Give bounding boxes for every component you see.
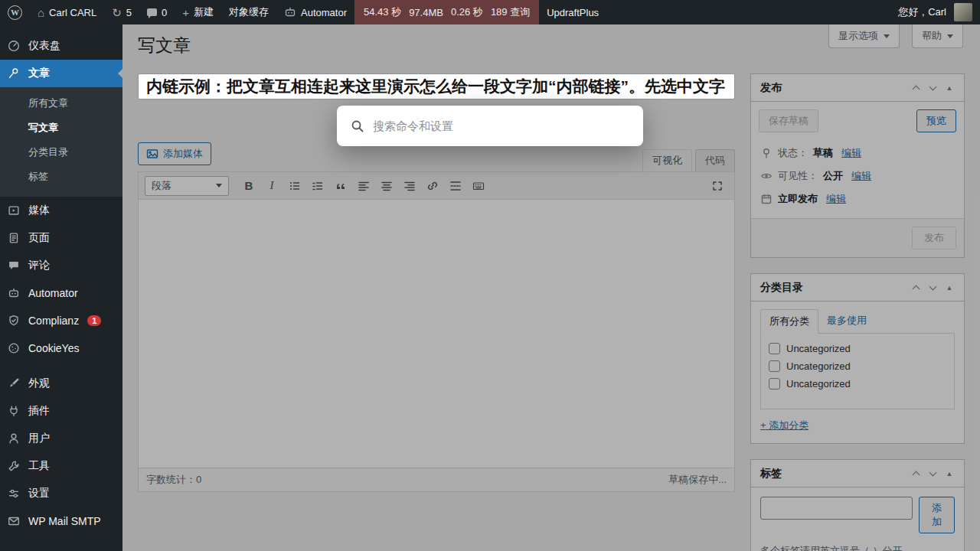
dashboard-icon <box>6 38 21 54</box>
wordpress-menu[interactable]: W <box>0 0 30 24</box>
admin-sidebar: 仪表盘 文章 所有文章 写文章 分类目录 标签 媒体 页面 评论 Automat… <box>0 24 122 551</box>
sidebar-item-dashboard[interactable]: 仪表盘 <box>0 32 122 60</box>
sidebar-item-plugins[interactable]: 插件 <box>0 397 122 425</box>
sidebar-item-pages[interactable]: 页面 <box>0 224 122 252</box>
comments-count: 0 <box>162 7 167 18</box>
site-name: Carl CARL <box>49 7 96 18</box>
sidebar-item-users[interactable]: 用户 <box>0 425 122 452</box>
sidebar-label: 仪表盘 <box>28 39 60 53</box>
submenu-tags[interactable]: 标签 <box>0 165 122 189</box>
plus-icon: + <box>182 7 189 18</box>
object-cache-label: 对象缓存 <box>229 5 269 19</box>
paintbrush-icon <box>6 376 21 391</box>
admin-bar-spacer <box>606 0 890 24</box>
new-content-menu[interactable]: + 新建 <box>175 0 221 24</box>
avatar <box>954 3 972 21</box>
sidebar-label: 评论 <box>28 259 50 272</box>
command-search-modal <box>337 106 643 146</box>
wrench-icon <box>6 458 21 474</box>
menu-separator <box>0 362 122 370</box>
automator-label: Automator <box>301 7 347 18</box>
qm-page-time: 54.43 秒 <box>364 5 401 19</box>
sidebar-label: 用户 <box>28 432 50 445</box>
submenu-categories[interactable]: 分类目录 <box>0 140 122 165</box>
wordpress-logo-icon: W <box>8 5 22 20</box>
menu-separator <box>0 535 122 543</box>
pages-icon <box>6 230 21 246</box>
sidebar-label: CookieYes <box>28 342 79 354</box>
automator-robot-icon <box>284 6 296 18</box>
home-icon: ⌂ <box>38 7 44 18</box>
qm-db-time: 0.26 秒 <box>451 5 483 19</box>
post-title-input[interactable] <box>138 73 735 99</box>
comments-menu[interactable]: 0 <box>139 0 175 24</box>
sidebar-item-cookieyes[interactable]: CookieYes <box>0 334 122 362</box>
sidebar-item-wp-mail-smtp[interactable]: WP Mail SMTP <box>0 507 122 535</box>
admin-bar: W ⌂ Carl CARL ↻ 5 0 + 新建 对象缓存 Automator … <box>0 0 980 24</box>
sidebar-label: 页面 <box>28 231 50 245</box>
sidebar-label: 插件 <box>28 404 50 418</box>
sidebar-label: Automator <box>28 287 78 299</box>
sidebar-label: Complianz <box>28 315 79 327</box>
sidebar-item-comments[interactable]: 评论 <box>0 252 122 279</box>
object-cache-menu[interactable]: 对象缓存 <box>221 0 276 24</box>
automator-menu[interactable]: Automator <box>276 0 354 24</box>
updates-icon: ↻ <box>112 7 122 18</box>
comments-icon <box>6 258 21 273</box>
sidebar-label: 媒体 <box>28 204 50 217</box>
sidebar-item-posts[interactable]: 文章 <box>0 60 122 87</box>
updates-count: 5 <box>126 7 132 18</box>
command-search-input[interactable] <box>373 119 629 132</box>
sidebar-item-automator[interactable]: Automator <box>0 279 122 307</box>
updraftplus-menu[interactable]: UpdraftPlus <box>539 0 606 24</box>
content-area: 显示选项 帮助 写文章 添加媒体 可视化 代码 段落 B I <box>122 24 980 551</box>
sidebar-item-tools[interactable]: 工具 <box>0 452 122 480</box>
comment-icon <box>147 8 157 16</box>
cookie-icon <box>6 341 21 356</box>
plug-icon <box>6 403 21 419</box>
site-name-menu[interactable]: ⌂ Carl CARL <box>30 0 104 24</box>
envelope-icon <box>6 514 21 529</box>
user-icon <box>6 431 21 446</box>
sidebar-item-appearance[interactable]: 外观 <box>0 370 122 397</box>
posts-submenu: 所有文章 写文章 分类目录 标签 <box>0 87 122 197</box>
submenu-all-posts[interactable]: 所有文章 <box>0 91 122 116</box>
sidebar-item-media[interactable]: 媒体 <box>0 197 122 224</box>
pushpin-icon <box>6 66 21 81</box>
updates-menu[interactable]: ↻ 5 <box>104 0 139 24</box>
query-monitor-menu[interactable]: 54.43 秒 97.4MB 0.26 秒 189 查询 <box>354 0 539 24</box>
sidebar-label: 文章 <box>28 67 50 80</box>
shield-check-icon <box>6 313 21 328</box>
sidebar-item-complianz[interactable]: Complianz 1 <box>0 307 122 334</box>
sidebar-item-settings[interactable]: 设置 <box>0 480 122 507</box>
submenu-add-new-post[interactable]: 写文章 <box>0 116 122 140</box>
updraftplus-label: UpdraftPlus <box>547 7 599 18</box>
sidebar-label: 外观 <box>28 377 50 390</box>
new-content-label: 新建 <box>194 5 214 19</box>
sidebar-item-updraftplus[interactable]: UpdraftPlus <box>0 543 122 551</box>
media-icon <box>6 203 21 218</box>
sliders-icon <box>6 486 21 501</box>
qm-memory: 97.4MB <box>409 7 443 18</box>
my-account-menu[interactable]: 您好，Carl <box>890 0 980 24</box>
qm-queries: 189 查询 <box>491 5 530 19</box>
greeting: 您好，Carl <box>898 5 946 19</box>
sidebar-label: 设置 <box>28 487 50 500</box>
sidebar-label: WP Mail SMTP <box>28 515 101 527</box>
sidebar-label: 工具 <box>28 459 50 473</box>
search-icon <box>351 119 364 133</box>
automator-robot-icon <box>6 285 21 301</box>
notification-badge: 1 <box>87 315 101 326</box>
modal-overlay[interactable] <box>122 24 980 551</box>
